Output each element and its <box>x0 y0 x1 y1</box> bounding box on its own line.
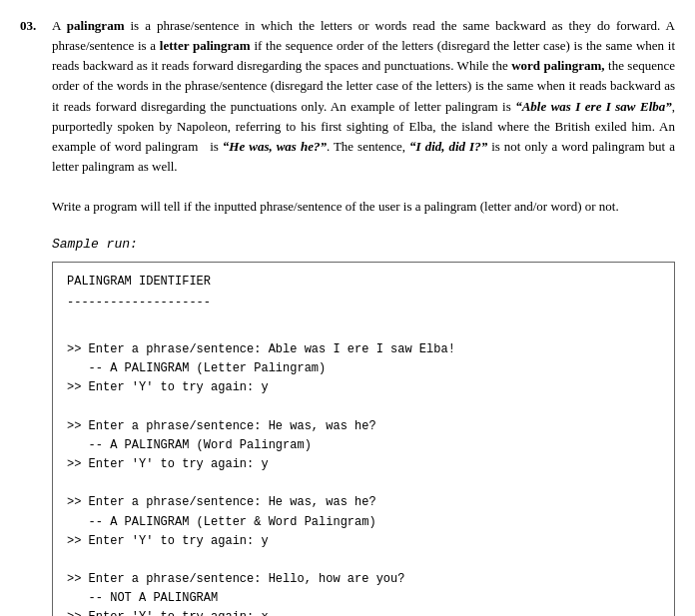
paragraph-1: A palingram is a phrase/sentence in whic… <box>52 16 675 177</box>
terminal-line-1: >> Enter a phrase/sentence: Able was I e… <box>67 340 660 359</box>
terminal-line-7: >> Enter a phrase/sentence: He was, was … <box>67 493 660 512</box>
terminal-line-6: >> Enter 'Y' to try again: y <box>67 455 660 474</box>
question-number: 03. <box>20 16 48 36</box>
terminal-divider: -------------------- <box>67 294 660 312</box>
letter-palingram-term: letter palingram <box>160 38 251 53</box>
terminal-line-9: >> Enter 'Y' to try again: y <box>67 532 660 551</box>
example-3: “I did, did I?” <box>409 139 487 154</box>
terminal-line-3: >> Enter 'Y' to try again: y <box>67 378 660 397</box>
terminal-line-blank-2 <box>67 397 660 416</box>
terminal-title: PALINGRAM IDENTIFIER <box>67 273 660 292</box>
question-container: 03. A palingram is a phrase/sentence in … <box>20 16 675 616</box>
example-2: “He was, was he?” <box>223 139 327 154</box>
paragraph-2: Write a program will tell if the inputte… <box>52 197 675 217</box>
example-1: “Able was I ere I saw Elba” <box>515 99 672 114</box>
terminal-line-blank-4 <box>67 551 660 570</box>
terminal-line-10: >> Enter a phrase/sentence: Hello, how a… <box>67 570 660 589</box>
terminal-line-11: -- NOT A PALINGRAM <box>67 589 660 608</box>
word-palingram-term: word palingram, <box>511 58 604 73</box>
terminal-line-4: >> Enter a phrase/sentence: He was, was … <box>67 417 660 436</box>
palingram-term: palingram <box>67 18 125 33</box>
terminal-line-blank-1 <box>67 321 660 340</box>
terminal-line-8: -- A PALINGRAM (Letter & Word Palingram) <box>67 513 660 532</box>
terminal-line-5: -- A PALINGRAM (Word Palingram) <box>67 436 660 455</box>
terminal-line-2: -- A PALINGRAM (Letter Palingram) <box>67 359 660 378</box>
terminal-line-12: >> Enter 'Y' to try again: x <box>67 608 660 616</box>
sample-run-label: Sample run: <box>52 235 675 255</box>
terminal-box: PALINGRAM IDENTIFIER -------------------… <box>52 262 675 616</box>
question-body: A palingram is a phrase/sentence in whic… <box>52 16 675 616</box>
terminal-line-blank-3 <box>67 474 660 493</box>
